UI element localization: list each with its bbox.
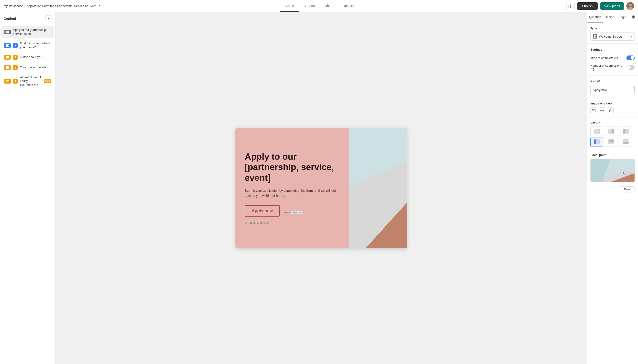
focal-section-title: Focal point: [590, 153, 635, 157]
workspace-link[interactable]: My workspace: [4, 4, 23, 8]
button-row: Apply now press Enter ↵: [245, 205, 340, 220]
tab-share[interactable]: Share: [320, 0, 338, 12]
time-to-complete-label: Time to complete (?): [590, 56, 618, 60]
q2-icon: [4, 55, 11, 60]
image-delete-button[interactable]: [607, 108, 614, 114]
divider-2: [587, 76, 638, 76]
svg-rect-18: [6, 81, 8, 82]
panel-settings-gear[interactable]: [629, 12, 638, 23]
time-hint: ⏱ Takes X minutes: [245, 221, 340, 224]
button-section-title: Button: [590, 79, 635, 82]
reset-section: Reset: [587, 184, 638, 194]
divider-4: [587, 117, 638, 118]
svg-rect-45: [623, 142, 628, 144]
type-section: Type Welcome Screen ▾: [587, 23, 638, 42]
add-content-button[interactable]: +: [45, 15, 52, 22]
panel-tab-logic[interactable]: Logic: [616, 12, 629, 23]
form-title-breadcrumb: Application Form for a Partnership, Serv…: [27, 4, 100, 8]
svg-rect-5: [6, 31, 7, 34]
reset-button[interactable]: Reset: [620, 186, 635, 192]
svg-rect-12: [6, 57, 9, 58]
svg-rect-10: [6, 46, 8, 47]
preview-button[interactable]: [566, 2, 574, 10]
button-input-row: 9 / 24: [590, 85, 635, 95]
time-to-complete-toggle[interactable]: [626, 56, 635, 60]
svg-rect-39: [626, 129, 628, 134]
time-text: Takes X minutes: [249, 221, 269, 224]
image-upload-button[interactable]: [590, 108, 597, 114]
enter-key: Enter ↵: [291, 210, 302, 214]
svg-point-1: [570, 5, 571, 6]
layout-btn-content-right-color[interactable]: [590, 137, 604, 146]
time-to-complete-row: Time to complete (?): [590, 54, 635, 62]
button-text-input[interactable]: [593, 88, 632, 92]
divider-1: [587, 44, 638, 44]
layout-row-2: [590, 137, 635, 146]
right-panel: Question Design Logic Type: [587, 12, 638, 364]
svg-rect-8: [6, 44, 9, 45]
svg-rect-19: [6, 82, 8, 82]
sidebar-item-welcome[interactable]: Apply to our [partnership, service, even…: [2, 26, 54, 38]
apply-now-button[interactable]: Apply now: [245, 205, 280, 216]
view-plans-button[interactable]: View plans: [600, 2, 624, 10]
tab-connect[interactable]: Connect: [299, 0, 320, 12]
sidebar-item-q3-text: Your contact details.: [20, 66, 51, 70]
svg-rect-42: [608, 140, 614, 142]
svg-rect-13: [6, 58, 9, 58]
form-title-bold: Apply: [245, 152, 269, 162]
form-description: Submit your application by completing th…: [245, 188, 340, 198]
press-text: press: [282, 210, 290, 214]
content-title: Content: [4, 17, 16, 20]
sidebar: Content + Apply to our [partnership, ser…: [0, 12, 56, 364]
layout-btn-full[interactable]: [590, 126, 604, 136]
image-adjust-button[interactable]: [599, 108, 605, 114]
q1-badge: 1: [13, 43, 18, 48]
layout-btn-left-image[interactable]: [619, 126, 632, 136]
q4-badge: 4: [13, 79, 18, 84]
layout-btn-bottom-image[interactable]: [619, 137, 632, 146]
toggle-dot-2: [627, 66, 630, 69]
panel-tab-question[interactable]: Question: [587, 12, 603, 23]
sidebar-item-q1-text: First things first, what's your name?: [20, 42, 51, 50]
sidebar-item-welcome-text: Apply to our [partnership, service, even…: [13, 28, 51, 36]
svg-rect-43: [608, 142, 614, 144]
breadcrumb-separator: /: [24, 4, 25, 8]
svg-rect-44: [623, 140, 628, 142]
type-dropdown-chevron: ▾: [630, 35, 632, 38]
q2-badge: 2: [13, 55, 18, 60]
layout-btn-top-image[interactable]: [605, 137, 618, 146]
svg-rect-9: [6, 45, 8, 46]
layout-grid: [590, 126, 635, 146]
settings-section-title: Settings: [590, 48, 635, 51]
tab-results[interactable]: Results: [338, 0, 358, 12]
layout-section: Layout: [587, 118, 638, 149]
svg-rect-11: [6, 56, 9, 57]
number-submissions-toggle[interactable]: [626, 65, 635, 70]
q1-icon: [4, 43, 11, 48]
image-tools-row: [590, 108, 635, 114]
main-layout: Content + Apply to our [partnership, ser…: [0, 12, 638, 364]
panel-tabs: Question Design Logic: [587, 12, 638, 23]
publish-button[interactable]: Publish: [577, 2, 598, 10]
nav-right-actions: Publish View plans: [566, 2, 634, 10]
user-avatar[interactable]: [626, 2, 634, 10]
focal-preview[interactable]: [590, 159, 635, 182]
sidebar-item-q4[interactable]: 4 Almost done, _!Lastly, ple...ation fee…: [2, 73, 54, 90]
svg-rect-41: [596, 140, 600, 144]
sidebar-item-q2-text: A little about you.: [20, 55, 51, 59]
q3-icon: [4, 65, 11, 70]
q4-icon: [4, 79, 11, 84]
layout-btn-right-image[interactable]: [605, 126, 618, 136]
panel-tab-design[interactable]: Design: [603, 12, 616, 23]
sidebar-item-q2[interactable]: 2 A little about you.: [2, 53, 54, 62]
sidebar-header: Content +: [0, 12, 56, 25]
settings-section: Settings Time to complete (?) Number of …: [587, 44, 638, 74]
form-right-panel: [349, 128, 407, 248]
focal-dot: [622, 172, 625, 174]
sidebar-item-q1[interactable]: 1 First things first, what's your name?: [2, 39, 54, 52]
tab-create[interactable]: Create: [280, 0, 299, 12]
sidebar-item-q3[interactable]: 3 Your contact details.: [2, 63, 54, 72]
svg-rect-36: [608, 129, 612, 134]
type-dropdown[interactable]: Welcome Screen ▾: [590, 32, 635, 40]
button-char-count: 9 / 24: [633, 86, 636, 93]
